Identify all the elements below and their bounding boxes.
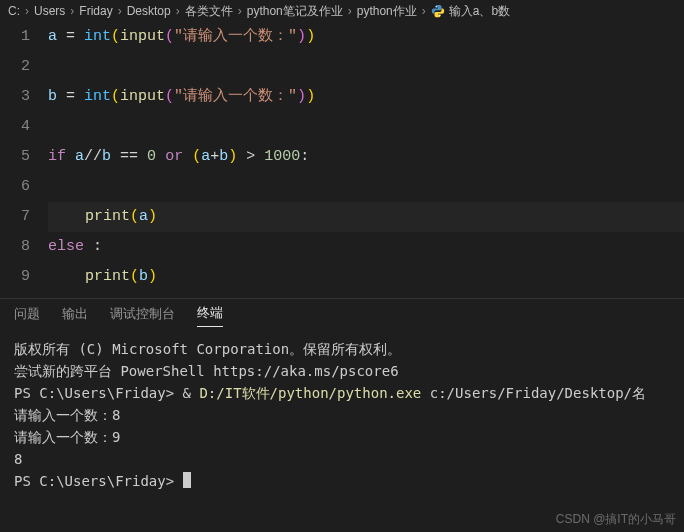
code-line[interactable]: [48, 52, 684, 82]
code-line[interactable]: [48, 172, 684, 202]
panel-tab-1[interactable]: 输出: [62, 301, 88, 327]
line-number: 6: [0, 172, 30, 202]
python-file-icon: [431, 4, 445, 18]
terminal-line: 请输入一个数：8: [14, 404, 670, 426]
breadcrumb-separator: ›: [348, 4, 352, 18]
code-line[interactable]: b = int(input("请输入一个数：")): [48, 82, 684, 112]
line-number: 1: [0, 22, 30, 52]
line-number: 5: [0, 142, 30, 172]
code-line[interactable]: print(b): [48, 262, 684, 292]
terminal-line: 尝试新的跨平台 PowerShell https://aka.ms/pscore…: [14, 360, 670, 382]
line-number: 7: [0, 202, 30, 232]
breadcrumb-separator: ›: [118, 4, 122, 18]
breadcrumb-item[interactable]: Friday: [79, 4, 112, 18]
code-line[interactable]: a = int(input("请输入一个数：")): [48, 22, 684, 52]
svg-point-1: [439, 15, 440, 16]
panel-tabs: 问题输出调试控制台终端: [0, 298, 684, 328]
panel-tab-2[interactable]: 调试控制台: [110, 301, 175, 327]
code-area[interactable]: a = int(input("请输入一个数："))b = int(input("…: [48, 22, 684, 298]
line-number: 8: [0, 232, 30, 262]
line-number: 4: [0, 112, 30, 142]
panel-tab-3[interactable]: 终端: [197, 300, 223, 327]
breadcrumb-item[interactable]: 输入a、b数: [449, 3, 510, 20]
svg-point-0: [435, 6, 436, 7]
terminal-cursor: [183, 472, 191, 488]
terminal-panel[interactable]: 版权所有 (C) Microsoft Corporation。保留所有权利。尝试…: [0, 328, 684, 496]
code-line[interactable]: if a//b == 0 or (a+b) > 1000:: [48, 142, 684, 172]
breadcrumb-item[interactable]: Desktop: [127, 4, 171, 18]
breadcrumb-item[interactable]: Users: [34, 4, 65, 18]
breadcrumb-separator: ›: [238, 4, 242, 18]
watermark: CSDN @搞IT的小马哥: [556, 511, 676, 528]
code-editor[interactable]: 123456789 a = int(input("请输入一个数："))b = i…: [0, 22, 684, 298]
current-line-highlight: [48, 202, 684, 232]
terminal-line: 请输入一个数：9: [14, 426, 670, 448]
line-number-gutter: 123456789: [0, 22, 48, 298]
breadcrumb-separator: ›: [70, 4, 74, 18]
breadcrumb-separator: ›: [422, 4, 426, 18]
terminal-line: PS C:\Users\Friday>: [14, 470, 670, 492]
line-number: 3: [0, 82, 30, 112]
terminal-line: 版权所有 (C) Microsoft Corporation。保留所有权利。: [14, 338, 670, 360]
breadcrumb-separator: ›: [176, 4, 180, 18]
line-number: 2: [0, 52, 30, 82]
breadcrumb-item[interactable]: 各类文件: [185, 3, 233, 20]
code-line[interactable]: else :: [48, 232, 684, 262]
breadcrumb-item[interactable]: C:: [8, 4, 20, 18]
terminal-line: PS C:\Users\Friday> & D:/IT软件/python/pyt…: [14, 382, 670, 404]
breadcrumb: C:›Users›Friday›Desktop›各类文件›python笔记及作业…: [0, 0, 684, 22]
terminal-line: 8: [14, 448, 670, 470]
breadcrumb-separator: ›: [25, 4, 29, 18]
code-line[interactable]: [48, 112, 684, 142]
line-number: 9: [0, 262, 30, 292]
panel-tab-0[interactable]: 问题: [14, 301, 40, 327]
breadcrumb-item[interactable]: python作业: [357, 3, 417, 20]
breadcrumb-item[interactable]: python笔记及作业: [247, 3, 343, 20]
